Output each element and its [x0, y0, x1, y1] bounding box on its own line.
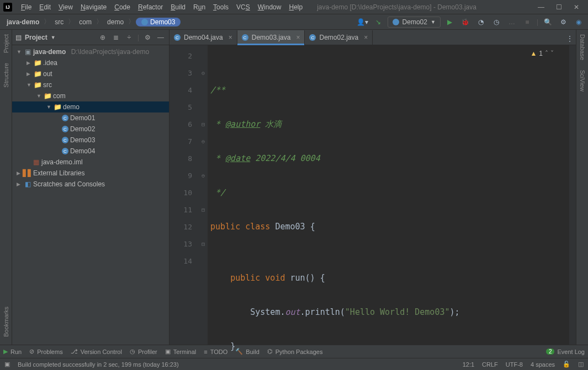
menu-refactor[interactable]: Refactor — [135, 2, 166, 12]
settings-icon[interactable]: ⚙ — [557, 16, 569, 28]
tree-external-libs[interactable]: ▶ ▋▋ External Libraries — [12, 168, 169, 179]
minimize-button[interactable]: — — [537, 3, 545, 11]
hide-panel-icon[interactable]: — — [156, 33, 166, 42]
crumb-src[interactable]: src — [51, 17, 67, 27]
debug-button[interactable]: 🐞 — [459, 16, 472, 28]
chevron-down-icon[interactable]: ▼ — [51, 35, 56, 40]
menu-vcs[interactable]: VCS — [233, 2, 253, 12]
code-line: */ — [210, 184, 569, 201]
menu-tools[interactable]: Tools — [210, 2, 232, 12]
editor-tab-demo04[interactable]: C Demo04.java × — [169, 30, 237, 45]
project-panel-title: Project — [25, 34, 47, 41]
tree-file-demo02[interactable]: C Demo02 — [12, 124, 169, 135]
select-opened-icon[interactable]: ⊕ — [98, 33, 108, 42]
tree-label: out — [43, 70, 52, 78]
chevron-down-icon[interactable]: ˅ — [550, 50, 554, 57]
tree-src[interactable]: ▼ 📁 src — [12, 79, 169, 90]
tree-scratches[interactable]: ▶ ◧ Scratches and Consoles — [12, 179, 169, 190]
scrollbar[interactable] — [569, 45, 576, 345]
line-numbers: 234 567 8910 111213 14 — [169, 47, 199, 345]
tool-sciview[interactable]: SciView — [579, 68, 586, 94]
close-tab-icon[interactable]: × — [229, 34, 232, 41]
close-tab-icon[interactable]: × — [296, 34, 300, 41]
tree-label: Scratches and Consoles — [33, 180, 105, 188]
tree-label: Demo01 — [70, 114, 95, 122]
menu-code[interactable]: Code — [111, 2, 134, 12]
tool-bookmarks[interactable]: Bookmarks — [3, 304, 9, 339]
tool-structure[interactable]: Structure — [3, 61, 9, 90]
code-editor[interactable]: /** * @author 水滴 * @date 2022/4/4 0004 *… — [208, 45, 569, 345]
run-button[interactable]: ▶ — [444, 16, 456, 28]
tree-project-root[interactable]: ▼ ▣ java-demo D:\IdeaProjects\java-demo — [12, 46, 169, 57]
attach-button[interactable]: … — [506, 16, 518, 28]
menu-build[interactable]: Build — [167, 2, 189, 12]
tree-iml[interactable]: ▦ java-demo.iml — [12, 157, 169, 168]
search-icon[interactable]: 🔍 — [542, 16, 554, 28]
expand-all-icon[interactable]: ≣ — [111, 33, 121, 42]
menu-navigate[interactable]: Navigate — [77, 2, 110, 12]
tree-demo[interactable]: ▼ 📁 demo — [12, 101, 169, 112]
folder-icon: 📁 — [34, 59, 41, 67]
settings-icon[interactable]: ⚙ — [142, 33, 152, 42]
menu-edit[interactable]: Edit — [36, 2, 54, 12]
breadcrumb: java-demo 〉 src 〉 com 〉 demo 〉 Demo03 — [3, 17, 357, 27]
crumb-class[interactable]: Demo03 — [136, 18, 181, 26]
run-config-selector[interactable]: Demo02 ▼ — [388, 17, 441, 28]
tree-com[interactable]: ▼ 📁 com — [12, 90, 169, 101]
tool-database[interactable]: Database — [579, 32, 586, 62]
code-line: * @author 水滴 — [210, 116, 569, 133]
users-icon[interactable]: 👤▾ — [357, 16, 369, 28]
menu-run[interactable]: Run — [190, 2, 209, 12]
chevron-right-icon: 〉 — [43, 17, 51, 26]
crumb-demo[interactable]: demo — [104, 17, 127, 27]
tree-idea[interactable]: ▶ 📁 .idea — [12, 57, 169, 68]
folder-icon: ▣ — [24, 48, 31, 56]
crumb-project[interactable]: java-demo — [3, 17, 43, 27]
close-tab-icon[interactable]: × — [364, 34, 368, 41]
tab-label: Demo03.java — [252, 34, 291, 41]
tw-run[interactable]: ▶Run — [3, 348, 22, 355]
tree-file-demo04[interactable]: C Demo04 — [12, 146, 169, 157]
class-icon: C — [62, 115, 68, 121]
editor-gutter: 234 567 8910 111213 14 ⊖ ⊟⊖ ⊖ ⊟ ⊟ — [169, 45, 208, 345]
tree-label: java-demo.iml — [41, 158, 83, 166]
tw-vcs[interactable]: ⎇Version Control — [71, 348, 122, 355]
tw-terminal[interactable]: ▣Terminal — [165, 348, 197, 355]
menu-help[interactable]: Help — [285, 2, 306, 12]
crumb-com[interactable]: com — [76, 17, 95, 27]
build-hammer-icon[interactable]: ↘ — [372, 16, 384, 28]
package-icon: 📁 — [44, 92, 51, 100]
tab-options-icon[interactable]: ⋮ — [564, 33, 576, 45]
tree-label: Demo02 — [70, 125, 95, 133]
editor-tab-demo03[interactable]: C Demo03.java × — [237, 30, 305, 45]
collapse-all-icon[interactable]: ÷ — [124, 33, 134, 42]
menu-window[interactable]: Window — [255, 2, 285, 12]
maximize-button[interactable]: ☐ — [555, 3, 563, 11]
tw-profiler[interactable]: ◷Profiler — [130, 348, 157, 355]
tool-project[interactable]: Project — [3, 32, 9, 55]
code-line: System.out.println("Hello World! Demo03"… — [210, 304, 569, 321]
tree-label: Demo03 — [70, 136, 95, 144]
tab-label: Demo04.java — [184, 34, 223, 41]
editor-tab-demo02[interactable]: C Demo02.java × — [305, 30, 373, 45]
branch-icon: ⎇ — [71, 348, 78, 355]
profile-button[interactable]: ◷ — [490, 16, 502, 28]
tree-path: D:\IdeaProjects\java-demo — [71, 48, 149, 56]
run-icon: ▶ — [3, 348, 8, 355]
menu-file[interactable]: File — [18, 2, 35, 12]
tree-file-demo01[interactable]: C Demo01 — [12, 112, 169, 124]
fold-marks[interactable]: ⊖ ⊟⊖ ⊖ ⊟ ⊟ — [199, 47, 208, 345]
ide-status-icon[interactable]: ◫ — [578, 361, 584, 368]
stop-button[interactable]: ■ — [521, 16, 533, 28]
tw-problems[interactable]: ⊘Problems — [29, 348, 62, 355]
menu-view[interactable]: View — [55, 2, 76, 12]
status-icon[interactable]: ▣ — [4, 361, 10, 368]
class-icon: C — [174, 34, 181, 41]
tree-file-demo03[interactable]: C Demo03 — [12, 135, 169, 146]
inspection-badge[interactable]: ▲ 1 ˄ ˅ — [530, 50, 554, 57]
notifications-icon[interactable]: ◉ — [573, 16, 585, 28]
coverage-button[interactable]: ◔ — [475, 16, 487, 28]
chevron-up-icon[interactable]: ˄ — [545, 50, 548, 57]
tree-out[interactable]: ▶ 📁 out — [12, 68, 169, 79]
close-button[interactable]: ✕ — [573, 3, 580, 11]
